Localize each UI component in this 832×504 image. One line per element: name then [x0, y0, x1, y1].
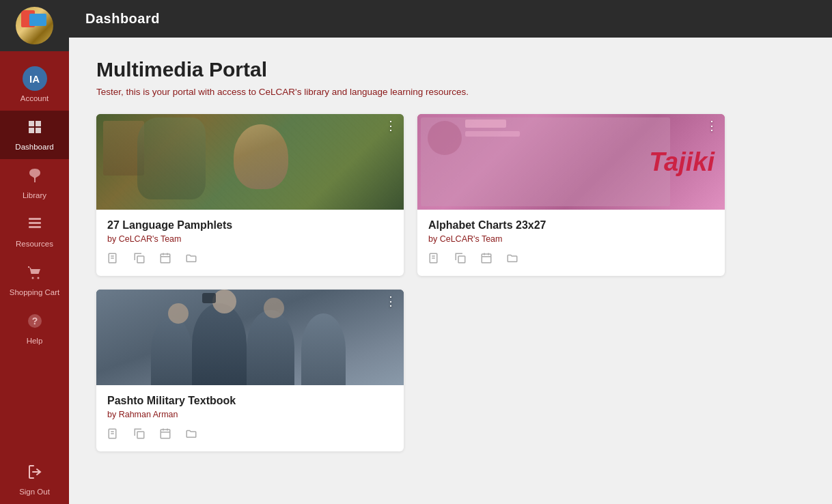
svg-rect-11	[137, 256, 144, 263]
svg-rect-12	[161, 254, 170, 263]
card-title-alphabet: Alphabet Charts 23x27	[428, 219, 714, 232]
sidebar: IA Account Dashboard Library	[0, 0, 69, 504]
card-action-copy-military[interactable]	[133, 428, 145, 443]
sign-out-icon	[27, 464, 43, 484]
card-menu-btn-alphabet[interactable]: ⋮	[706, 120, 718, 132]
card-military-textbook: ⋮ Pashto Military Textbook by Rahman Arm…	[96, 290, 404, 451]
portal-subtitle: Tester, this is your portal with access …	[96, 87, 805, 97]
sidebar-item-help-label: Help	[27, 337, 43, 345]
shopping-cart-icon	[27, 264, 43, 285]
card-action-edit-military[interactable]	[107, 428, 120, 443]
content-area: Multimedia Portal Tester, this is your p…	[69, 38, 832, 504]
card-author-military: by Rahman Arman	[107, 410, 393, 419]
card-action-edit-pamphlets[interactable]	[107, 252, 120, 268]
card-title-military: Pashto Military Textbook	[107, 395, 393, 407]
svg-rect-20	[482, 254, 491, 263]
page-title: Dashboard	[85, 11, 160, 27]
card-action-edit-alphabet[interactable]	[428, 252, 441, 268]
sidebar-item-account-label: Account	[20, 94, 49, 102]
card-body-military: Pashto Military Textbook by Rahman Arman	[96, 385, 404, 451]
sidebar-item-account[interactable]: IA Account	[0, 58, 69, 111]
help-icon: ?	[27, 313, 43, 333]
card-author-pamphlets: by CeLCAR's Team	[107, 234, 393, 244]
resources-icon	[27, 216, 43, 236]
sidebar-item-shopping-cart[interactable]: Shopping Cart	[0, 256, 69, 305]
card-body-pamphlets: 27 Language Pamphlets by CeLCAR's Team	[96, 210, 404, 276]
sidebar-item-signout-label: Sign Out	[19, 488, 50, 496]
card-action-calendar-alphabet[interactable]	[480, 252, 493, 268]
sidebar-nav: IA Account Dashboard Library	[0, 51, 69, 504]
sidebar-item-dashboard[interactable]: Dashboard	[0, 111, 69, 159]
svg-rect-3	[29, 226, 41, 228]
card-action-copy-alphabet[interactable]	[454, 252, 467, 268]
card-language-pamphlets: ⋮ 27 Language Pamphlets by CeLCAR's Team	[96, 114, 404, 276]
card-image-alphabet: Tajiki ⋮	[417, 114, 725, 210]
svg-point-5	[37, 277, 39, 279]
svg-rect-0	[34, 178, 36, 182]
card-action-copy-pamphlets[interactable]	[133, 252, 145, 268]
card-image-military: ⋮	[96, 290, 404, 385]
svg-rect-2	[29, 222, 41, 224]
topbar: Dashboard	[69, 0, 832, 38]
svg-rect-19	[458, 256, 465, 263]
sidebar-item-help[interactable]: ? Help	[0, 305, 69, 353]
main-area: Dashboard Multimedia Portal Tester, this…	[69, 0, 832, 504]
card-action-folder-military[interactable]	[185, 428, 197, 443]
svg-rect-1	[29, 218, 41, 220]
account-avatar: IA	[23, 66, 47, 91]
sidebar-item-sign-out[interactable]: Sign Out	[0, 456, 69, 504]
card-actions-pamphlets	[107, 252, 393, 268]
card-action-folder-pamphlets[interactable]	[185, 252, 197, 268]
logo-area	[0, 0, 69, 51]
svg-point-4	[31, 277, 33, 279]
dashboard-icon	[27, 119, 43, 139]
cards-grid: ⋮ 27 Language Pamphlets by CeLCAR's Team	[96, 114, 725, 451]
card-title-pamphlets: 27 Language Pamphlets	[107, 219, 393, 232]
card-menu-btn-pamphlets[interactable]: ⋮	[385, 120, 397, 132]
card-menu-btn-military[interactable]: ⋮	[385, 295, 397, 307]
sidebar-item-resources-label: Resources	[16, 240, 53, 248]
sidebar-item-library[interactable]: Library	[0, 159, 69, 208]
svg-rect-28	[161, 430, 170, 438]
card-action-calendar-pamphlets[interactable]	[159, 252, 171, 268]
sidebar-item-library-label: Library	[23, 191, 46, 199]
card-image-pamphlets: ⋮	[96, 114, 404, 210]
svg-rect-27	[137, 432, 144, 438]
card-author-alphabet: by CeLCAR's Team	[428, 234, 714, 244]
card-action-calendar-military[interactable]	[159, 428, 171, 443]
sidebar-item-resources[interactable]: Resources	[0, 208, 69, 256]
card-actions-military	[107, 428, 393, 443]
card-body-alphabet: Alphabet Charts 23x27 by CeLCAR's Team	[417, 210, 725, 276]
sidebar-item-dashboard-label: Dashboard	[15, 143, 53, 151]
tajiki-overlay-text: Tajiki	[649, 148, 715, 177]
logo-image	[16, 7, 53, 44]
card-alphabet-charts: Tajiki ⋮ Alphabet Charts 23x27 by CeLCAR…	[417, 114, 725, 276]
sidebar-item-cart-label: Shopping Cart	[10, 288, 60, 296]
library-icon	[27, 167, 43, 188]
svg-text:?: ?	[31, 316, 38, 326]
portal-title: Multimedia Portal	[96, 58, 805, 81]
card-action-folder-alphabet[interactable]	[506, 252, 518, 268]
card-actions-alphabet	[428, 252, 714, 268]
